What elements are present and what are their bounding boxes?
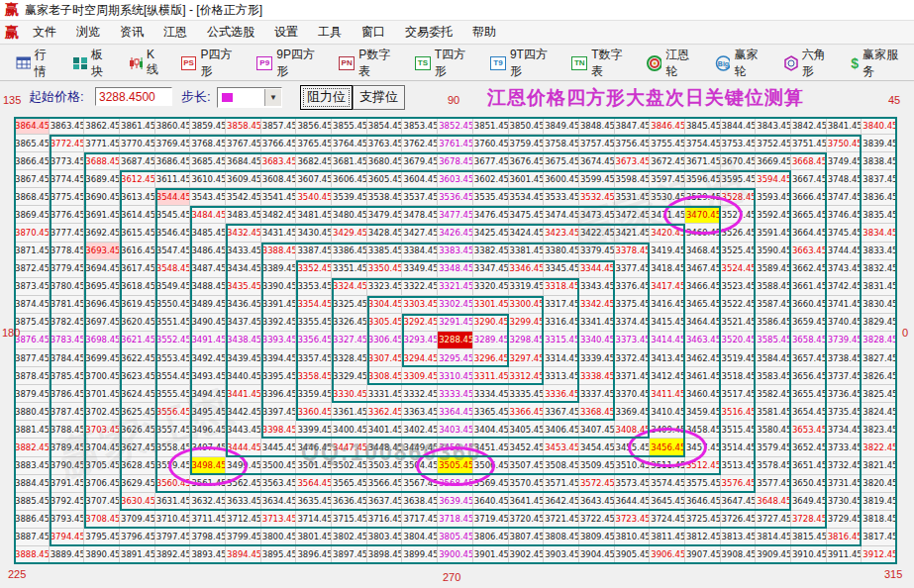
grid-cell: 3386.45 — [332, 243, 367, 260]
grid-cell: 3324.45 — [332, 278, 367, 296]
svg-text:Big: Big — [718, 60, 729, 68]
menu-item-tools[interactable]: 工具 — [308, 21, 352, 44]
grid-cell: 3908.45 — [721, 546, 757, 564]
grid-cell: 3486.45 — [190, 243, 226, 260]
grid-cell: 3364.45 — [438, 403, 473, 421]
grid-cell: 3491.45 — [190, 332, 226, 349]
grid-cell: 3370.45 — [615, 385, 651, 403]
grid-cell: 3890.45 — [84, 546, 120, 564]
menu-item-formula-stockpick[interactable]: 公式选股 — [197, 21, 264, 44]
grid-cell: 3410.45 — [650, 403, 685, 421]
toolbar-button-9t-square[interactable]: T9 9T四方形 — [482, 44, 563, 83]
angle-label-135: 135 — [3, 94, 21, 106]
grid-cell: 3337.45 — [579, 385, 615, 403]
grid-cell: 3573.45 — [615, 475, 651, 493]
grid-cell: 3643.45 — [579, 493, 615, 511]
menu-item-help[interactable]: 帮助 — [462, 21, 506, 44]
grid-cell: 3634.45 — [261, 493, 297, 511]
grid-cell: 3581.45 — [756, 403, 791, 421]
grid-cell: 3467.45 — [685, 260, 721, 278]
grid-cell: 3674.45 — [579, 152, 615, 170]
toolbar-button-kline[interactable]: K线 — [121, 45, 172, 81]
toolbar-button-9p-square[interactable]: P9 9P四方形 — [249, 44, 331, 83]
grid-cell: 3384.45 — [402, 243, 438, 260]
tn-badge-icon: TN — [571, 56, 587, 70]
grid-cell: 3568.45 — [438, 475, 473, 493]
toolbar-button-quotes[interactable]: 行情 — [8, 44, 64, 83]
toolbar-button-t-number-table[interactable]: TN T数字表 — [563, 44, 639, 83]
grid-cell: 3367.45 — [544, 403, 579, 421]
grid-cell: 3808.45 — [544, 529, 579, 546]
menu-item-file[interactable]: 文件 — [23, 21, 66, 44]
angle-label-270: 270 — [443, 571, 460, 583]
resistance-button[interactable]: 阻力位 — [300, 85, 353, 110]
grid-cell: 3759.45 — [509, 135, 545, 152]
grid-cell: 3538.45 — [367, 188, 403, 206]
grid-cell: 3428.45 — [367, 224, 403, 242]
grid-cell: 3475.45 — [509, 206, 545, 224]
grid-cell: 3309.45 — [402, 367, 438, 385]
grid-cell: 3415.45 — [650, 314, 685, 332]
grid-cell: 3579.45 — [756, 439, 791, 456]
grid-cell: 3544.45 — [155, 188, 191, 206]
toolbar-button-sectors[interactable]: 板块 — [64, 44, 121, 83]
grid-cell: 3741.45 — [827, 296, 863, 314]
grid-cell: 3474.45 — [544, 206, 579, 224]
grid-cell: 3606.45 — [332, 170, 367, 188]
menu-item-trading[interactable]: 交易委托 — [395, 21, 462, 44]
grid-cell: 3682.45 — [296, 152, 332, 170]
grid-cell: 3690.45 — [84, 188, 120, 206]
grid-cell: 3501.45 — [296, 457, 332, 475]
grid-cell: 3543.45 — [190, 188, 226, 206]
grid-cell: 3534.45 — [509, 188, 545, 206]
grid-cell: 3578.45 — [756, 457, 791, 475]
toolbar-button-p-number-table[interactable]: PN P数字表 — [331, 44, 407, 83]
grid-cell: 3739.45 — [827, 332, 863, 349]
grid-cell: 3597.45 — [650, 170, 685, 188]
grid-cell: 3631.45 — [155, 493, 191, 511]
grid-cell: 3551.45 — [155, 314, 191, 332]
gann-grid: 3864.453863.453862.453861.453860.453859.… — [14, 117, 897, 564]
grid-cell: 3530.45 — [650, 188, 685, 206]
toolbar-button-hexagon[interactable]: 六角形 — [775, 44, 843, 83]
grid-cell: 3711.45 — [190, 511, 226, 529]
grid-cell: 3482.45 — [261, 206, 297, 224]
grid-cell: 3445.45 — [261, 439, 297, 456]
grid-cell: 3700.45 — [84, 367, 120, 385]
menu-item-gann[interactable]: 江恩 — [153, 21, 197, 44]
grid-cell: 3756.45 — [615, 135, 651, 152]
toolbar-button-gann-wheel[interactable]: 江恩轮 — [639, 44, 706, 83]
grid-cell: 3895.45 — [261, 546, 297, 564]
grid-cell: 3771.45 — [84, 135, 120, 152]
grid-cell: 3356.45 — [296, 332, 332, 349]
grid-cell: 3301.45 — [473, 296, 509, 314]
support-button[interactable]: 支撑位 — [353, 85, 405, 110]
grid-cell: 3845.45 — [685, 117, 721, 135]
grid-cell: 3807.45 — [509, 529, 545, 546]
start-price-input[interactable] — [95, 87, 172, 106]
grid-cell: 3802.45 — [332, 529, 367, 546]
grid-cell: 3483.45 — [226, 206, 261, 224]
grid-cell: 3580.45 — [756, 421, 791, 439]
menu-item-news[interactable]: 资讯 — [110, 21, 153, 44]
menu-item-browse[interactable]: 浏览 — [66, 21, 110, 44]
grid-cell: 3296.45 — [473, 349, 509, 367]
grid-cell: 3902.45 — [509, 546, 545, 564]
menu-item-window[interactable]: 窗口 — [352, 21, 395, 44]
chevron-down-icon[interactable]: ▼ — [264, 89, 281, 106]
grid-cell: 3451.45 — [473, 439, 509, 456]
toolbar-button-p-square[interactable]: PS P四方形 — [173, 44, 250, 83]
grid-cell: 3312.45 — [509, 367, 545, 385]
grid-cell: 3852.45 — [438, 117, 473, 135]
toolbar-button-winner-wheel[interactable]: Big 赢家轮 — [707, 44, 775, 83]
grid-cell: 3763.45 — [367, 135, 403, 152]
menu-item-settings[interactable]: 设置 — [264, 21, 308, 44]
toolbar-button-t-square[interactable]: TS T四方形 — [407, 44, 482, 83]
grid-cell: 3585.45 — [756, 332, 791, 349]
grid-cell: 3345.45 — [544, 260, 579, 278]
toolbar-button-winner-service[interactable]: $ 赢家服务 — [843, 44, 914, 83]
grid-cell: 3533.45 — [544, 188, 579, 206]
kline-icon — [129, 56, 143, 70]
grid-cell: 3785.45 — [50, 367, 85, 385]
step-dropdown[interactable]: ▼ — [217, 87, 282, 108]
